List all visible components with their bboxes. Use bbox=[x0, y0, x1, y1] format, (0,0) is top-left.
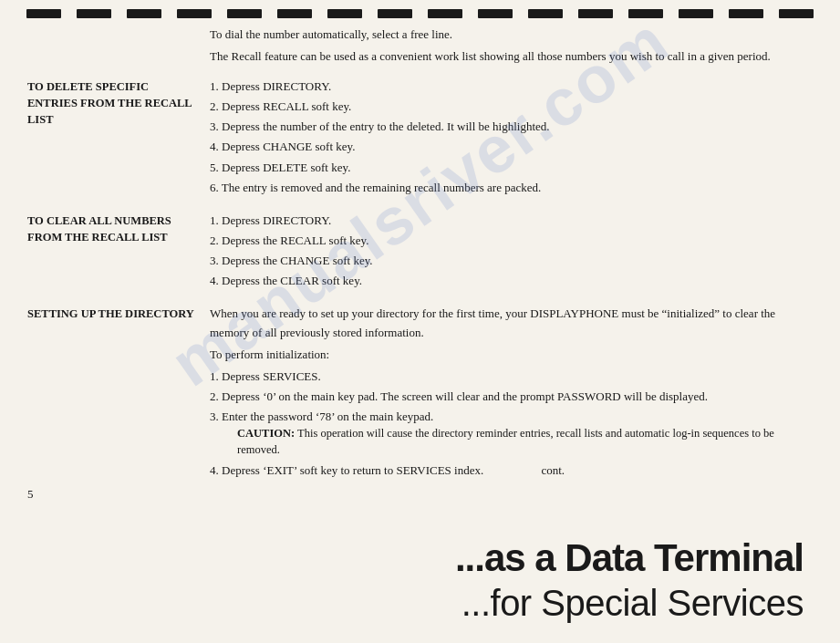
intro-section: To dial the number automatically, select… bbox=[210, 26, 813, 65]
list-item: Depress DIRECTORY. bbox=[210, 212, 813, 230]
clear-all-label: TO CLEAR ALL NUMBERS FROM THE RECALL LIS… bbox=[27, 212, 210, 293]
dash-13 bbox=[628, 9, 663, 18]
main-content: To dial the number automatically, select… bbox=[0, 26, 840, 78]
dash-4 bbox=[177, 9, 212, 18]
list-item: Depress ‘EXIT’ soft key to return to SER… bbox=[210, 462, 813, 480]
delete-specific-list: Depress DIRECTORY. Depress RECALL soft k… bbox=[210, 78, 813, 197]
list-item: Depress the CHANGE soft key. bbox=[210, 252, 813, 270]
bottom-line1: ...as a Data Terminal bbox=[182, 535, 804, 581]
dash-8 bbox=[378, 9, 412, 18]
dash-14 bbox=[679, 9, 713, 18]
list-item: Depress SERVICES. bbox=[210, 368, 813, 386]
right-column: To dial the number automatically, select… bbox=[210, 26, 813, 78]
clear-all-list: Depress DIRECTORY. Depress the RECALL so… bbox=[210, 212, 813, 291]
intro-line2: The Recall feature can be used as a conv… bbox=[210, 47, 813, 66]
dash-10 bbox=[478, 9, 513, 18]
list-item: Depress the RECALL soft key. bbox=[210, 232, 813, 250]
intro-line1: To dial the number automatically, select… bbox=[210, 26, 813, 44]
list-item: Depress the CLEAR soft key. bbox=[210, 272, 813, 290]
setting-up-content: When you are ready to set up your direct… bbox=[210, 305, 813, 482]
list-item: Depress the number of the entry to the d… bbox=[210, 118, 813, 136]
delete-specific-section: TO DELETE SPECIFIC ENTRIES FROM THE RECA… bbox=[0, 78, 840, 199]
list-item: The entry is removed and the remaining r… bbox=[210, 179, 813, 197]
list-item: Depress DIRECTORY. bbox=[210, 78, 813, 96]
dash-2 bbox=[77, 9, 111, 18]
list-item: Depress RECALL soft key. bbox=[210, 98, 813, 116]
list-item: Enter the password ‘78’ on the main keyp… bbox=[210, 408, 813, 458]
cont-label: cont. bbox=[541, 463, 565, 477]
dash-1 bbox=[26, 9, 61, 18]
dash-16 bbox=[779, 9, 814, 18]
list-item: Depress DELETE soft key. bbox=[210, 159, 813, 177]
delete-specific-label: TO DELETE SPECIFIC ENTRIES FROM THE RECA… bbox=[27, 78, 210, 199]
dash-9 bbox=[428, 9, 462, 18]
setting-up-intro1: When you are ready to set up your direct… bbox=[210, 305, 813, 341]
dash-7 bbox=[327, 9, 362, 18]
dash-5 bbox=[227, 9, 262, 18]
caution-block: CAUTION: This operation will cause the d… bbox=[237, 426, 813, 458]
dash-11 bbox=[528, 9, 563, 18]
top-dashes-bar bbox=[0, 0, 840, 26]
dash-15 bbox=[729, 9, 763, 18]
setting-up-section: SETTING UP THE DIRECTORY When you are re… bbox=[0, 305, 840, 482]
bottom-line2: ...for Special Services bbox=[182, 581, 804, 625]
list-item: Depress ‘0’ on the main key pad. The scr… bbox=[210, 388, 813, 406]
dash-6 bbox=[277, 9, 312, 18]
bottom-section: ...as a Data Terminal ...for Special Ser… bbox=[0, 522, 840, 643]
delete-specific-content: Depress DIRECTORY. Depress RECALL soft k… bbox=[210, 78, 813, 199]
setting-up-intro2: To perform initialization: bbox=[210, 346, 813, 364]
dash-12 bbox=[578, 9, 613, 18]
list-item: Depress CHANGE soft key. bbox=[210, 138, 813, 156]
clear-all-content: Depress DIRECTORY. Depress the RECALL so… bbox=[210, 212, 813, 293]
clear-all-section: TO CLEAR ALL NUMBERS FROM THE RECALL LIS… bbox=[0, 212, 840, 293]
caution-label: CAUTION: bbox=[237, 427, 295, 440]
setting-up-label: SETTING UP THE DIRECTORY bbox=[27, 305, 210, 482]
page-number: 5 bbox=[27, 487, 34, 502]
dash-3 bbox=[127, 9, 161, 18]
setting-up-list: Depress SERVICES. Depress ‘0’ on the mai… bbox=[210, 368, 813, 481]
caution-text: This operation will cause the directory … bbox=[237, 427, 774, 456]
